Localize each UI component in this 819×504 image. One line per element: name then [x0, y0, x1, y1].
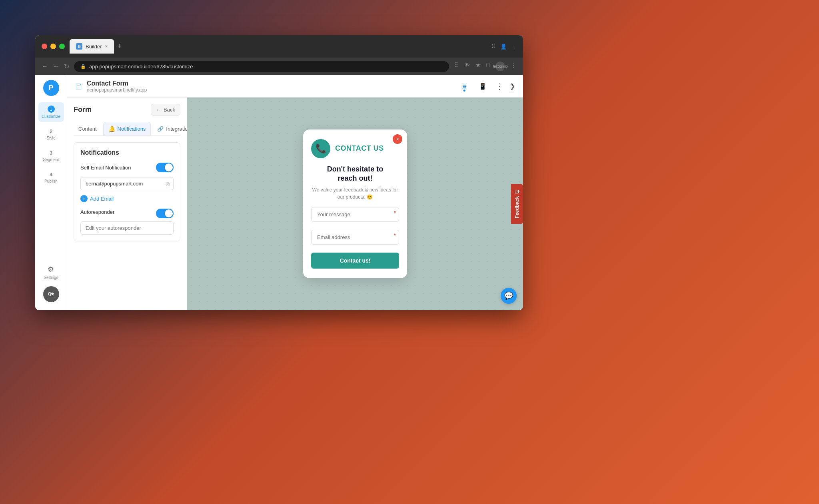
main-panel: Form ← Back Content 🔔 Notifica — [67, 98, 523, 310]
self-email-toggle-knob — [165, 163, 173, 171]
popup-submit-button[interactable]: Contact us! — [311, 253, 399, 269]
chat-bubble-btn[interactable]: 💬 — [501, 288, 517, 304]
url-bar[interactable]: 🔒 app.popupsmart.com/builder/6285/custom… — [74, 61, 449, 72]
email-clear-button[interactable]: ⊗ — [165, 180, 170, 187]
email-required-icon: * — [394, 232, 396, 239]
app-topbar: 📄 Contact Form demopopupsmart.netlify.ap… — [67, 75, 523, 98]
topbar-actions: 🖥 📱 ⋮ ❯ — [459, 80, 515, 92]
feedback-tab[interactable]: Feedback 🏷 — [511, 184, 523, 224]
tab-title: Builder — [86, 44, 102, 50]
extensions-grid-icon[interactable]: ⠿ — [454, 62, 458, 71]
browser-more-icon[interactable]: ⋮ — [511, 62, 517, 71]
reload-btn[interactable]: ↻ — [64, 63, 69, 70]
segment-label: Segment — [43, 157, 59, 162]
popup-contact-label: CONTACT US — [335, 144, 384, 153]
bell-icon: 🔔 — [108, 126, 115, 132]
topbar-more-btn[interactable]: ⋮ — [495, 82, 503, 91]
tab-content[interactable]: Content — [74, 122, 102, 135]
bookmark-icon[interactable]: ★ — [475, 62, 481, 71]
form-panel: Form ← Back Content 🔔 Notifica — [67, 98, 187, 310]
message-input-wrapper: * — [311, 207, 399, 226]
customize-step: 1 — [50, 107, 52, 112]
eye-off-icon[interactable]: 👁 — [464, 62, 470, 71]
close-traffic-light[interactable] — [42, 44, 47, 49]
new-tab-button[interactable]: + — [116, 42, 123, 51]
sidebar-item-style[interactable]: 2 Style — [38, 125, 64, 143]
add-email-label: Add Email — [90, 196, 114, 202]
desktop-active-dot — [463, 90, 465, 92]
lock-icon: 🔒 — [80, 64, 86, 69]
autoresponder-row: Autoresponder — [80, 209, 174, 218]
sidebar-item-customize[interactable]: 1 Customize — [38, 102, 64, 122]
more-options-icon[interactable]: ⋮ — [511, 44, 517, 50]
popup-subtext: We value your feedback & new ideas for o… — [311, 186, 399, 201]
address-bar-right: ⠿ 👁 ★ □ Incognito ⋮ — [454, 62, 517, 71]
extensions-icon[interactable]: ⠿ — [491, 44, 495, 50]
page-subtitle: demopopupsmart.netlify.app — [87, 87, 147, 93]
email-input[interactable] — [80, 177, 174, 190]
topbar-chevron-btn[interactable]: ❯ — [510, 82, 515, 90]
popup-phone-icon: 📞 — [311, 139, 330, 158]
tab-favicon: B — [76, 43, 82, 50]
store-icon-sidebar[interactable]: 🛍 — [43, 286, 59, 302]
settings-label: Settings — [44, 275, 58, 280]
submit-label: Contact us! — [340, 257, 371, 264]
self-email-row: Self Email Notification — [80, 163, 174, 172]
close-icon: × — [396, 136, 399, 142]
active-browser-tab[interactable]: B Builder × — [70, 39, 114, 54]
autoresponder-toggle-knob — [165, 209, 173, 217]
back-label: Back — [164, 107, 175, 113]
tab-close-btn[interactable]: × — [105, 44, 108, 49]
settings-gear-icon: ⚙ — [48, 265, 54, 274]
browser-chrome: B Builder × + ⠿ 👤 ⋮ — [35, 35, 523, 58]
popup-close-btn[interactable]: × — [393, 134, 402, 144]
email-input-wrapper: ⊗ — [80, 177, 174, 190]
integration-icon: 🔗 — [157, 126, 164, 132]
logo-letter: P — [48, 84, 53, 92]
app-main: 📄 Contact Form demopopupsmart.netlify.ap… — [67, 75, 523, 310]
browser-window: B Builder × + ⠿ 👤 ⋮ ← → ↻ 🔒 app.popupsma… — [35, 35, 523, 310]
sidebar-item-publish[interactable]: 4 Publish — [38, 168, 64, 187]
popup-email-input[interactable] — [311, 230, 399, 245]
add-email-button[interactable]: + Add Email — [80, 195, 174, 202]
maximize-traffic-light[interactable] — [59, 44, 65, 49]
preview-area: × 📞 CONTACT US Don't hesitate to reach o… — [187, 98, 523, 310]
headline-line1: Don't hesitate to — [327, 165, 383, 173]
desktop-device-btn[interactable]: 🖥 — [459, 80, 470, 92]
integration-tab-label: Integration — [166, 126, 187, 132]
message-input[interactable] — [311, 207, 399, 222]
feedback-label: Feedback — [514, 196, 520, 218]
sidebar-settings[interactable]: ⚙ Settings — [44, 265, 58, 280]
minimize-traffic-light[interactable] — [50, 44, 56, 49]
popup-header: 📞 CONTACT US — [311, 139, 399, 158]
app-logo: P — [43, 80, 59, 96]
publish-step: 4 — [50, 171, 52, 177]
autoresponder-input[interactable] — [80, 221, 174, 235]
left-sidebar: P 1 Customize 2 Style 3 Segment 4 Publis… — [35, 75, 67, 310]
incognito-label: Incognito — [493, 64, 508, 68]
mobile-device-btn[interactable]: 📱 — [476, 80, 489, 92]
back-button[interactable]: ← Back — [151, 104, 180, 116]
app-title: 📄 Contact Form demopopupsmart.netlify.ap… — [75, 80, 147, 93]
tab-notifications[interactable]: 🔔 Notifications — [103, 122, 151, 135]
sidebar-item-segment[interactable]: 3 Segment — [38, 147, 64, 165]
forward-nav-btn[interactable]: → — [53, 63, 59, 70]
address-bar: ← → ↻ 🔒 app.popupsmart.com/builder/6285/… — [35, 58, 523, 75]
message-required-icon: * — [394, 209, 396, 216]
back-nav-btn[interactable]: ← — [42, 63, 48, 70]
incognito-badge: Incognito — [495, 62, 505, 71]
notifications-tab-label: Notifications — [118, 126, 146, 132]
tab-integration[interactable]: 🔗 Integration — [152, 122, 187, 135]
form-panel-title: Form — [74, 106, 92, 114]
autoresponder-label: Autoresponder — [80, 209, 114, 215]
phone-emoji: 📞 — [316, 143, 326, 154]
browser-controls-right: ⠿ 👤 ⋮ — [491, 44, 517, 50]
profile-sidebar-icon[interactable]: □ — [486, 62, 490, 71]
autoresponder-toggle[interactable] — [156, 209, 174, 218]
traffic-lights — [42, 44, 65, 49]
profile-icon[interactable]: 👤 — [500, 44, 507, 50]
tab-bar: B Builder × + — [70, 39, 487, 54]
popup-headline: Don't hesitate to reach out! — [311, 165, 399, 183]
publish-label: Publish — [44, 179, 58, 183]
self-email-toggle[interactable] — [156, 163, 174, 172]
